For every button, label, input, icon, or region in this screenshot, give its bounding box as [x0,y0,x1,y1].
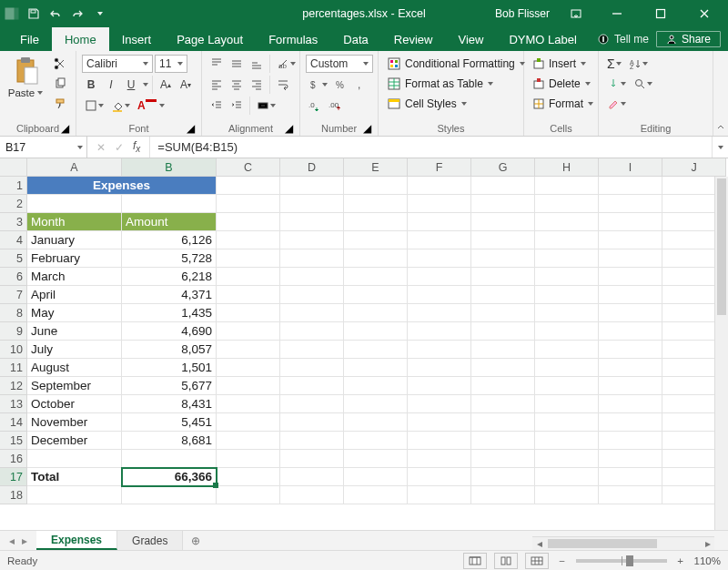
sheet-nav-prev-icon[interactable]: ◂ [9,534,15,547]
normal-view-icon[interactable] [463,553,487,569]
share-button[interactable]: Share [656,31,721,47]
cell[interactable] [280,468,344,486]
tab-view[interactable]: View [445,27,496,51]
tab-file[interactable]: File [7,27,52,51]
sheet-nav-next-icon[interactable]: ▸ [22,534,27,547]
cell[interactable] [217,450,280,468]
cell[interactable] [344,486,408,504]
cell[interactable] [408,413,471,432]
fill-color-icon[interactable] [108,97,133,115]
cell[interactable] [408,213,471,231]
cell[interactable] [535,377,599,395]
tab-page-layout[interactable]: Page Layout [164,27,256,51]
cell[interactable] [408,450,471,468]
cell[interactable] [599,195,662,213]
maximize-button[interactable] [641,0,681,27]
cell[interactable] [599,322,662,341]
format-as-table-button[interactable]: Format as Table [384,75,496,93]
cell[interactable] [408,249,471,268]
align-right-icon[interactable] [248,76,266,94]
autosum-icon[interactable]: Σ [604,55,624,73]
cell[interactable] [535,359,599,377]
cell[interactable] [217,395,280,413]
cell[interactable] [408,377,471,395]
amount-cell[interactable]: 1,501 [122,359,217,377]
cell[interactable] [217,213,280,231]
cell[interactable] [471,468,535,486]
cell[interactable] [535,413,599,432]
orientation-icon[interactable]: ab [274,55,298,73]
cell[interactable] [344,177,408,195]
cell[interactable] [408,486,471,504]
column-header[interactable]: H [535,158,599,177]
tab-insert[interactable]: Insert [109,27,165,51]
font-launcher-icon[interactable]: ◢ [185,123,196,134]
header-amount[interactable]: Amount [122,213,217,231]
cell[interactable] [27,450,122,468]
row-header[interactable]: 3 [0,213,27,231]
redo-icon[interactable] [69,5,86,22]
format-painter-icon[interactable] [51,95,69,113]
month-cell[interactable]: February [27,249,122,268]
new-sheet-button[interactable]: ⊕ [183,531,208,550]
cell[interactable] [408,195,471,213]
amount-cell[interactable]: 1,435 [122,304,217,322]
fill-icon[interactable] [604,75,629,93]
decrease-decimal-icon[interactable]: .00 [326,97,344,115]
zoom-out-button[interactable]: − [556,555,569,566]
increase-indent-icon[interactable] [228,97,246,115]
cell[interactable] [535,486,599,504]
cell[interactable] [408,304,471,322]
close-button[interactable] [684,0,724,27]
underline-button[interactable]: U [122,76,140,94]
amount-cell[interactable]: 5,728 [122,249,217,268]
enter-formula-icon[interactable]: ✓ [115,141,124,154]
insert-cells-button[interactable]: Insert [530,55,589,73]
name-box[interactable]: B17 [0,137,87,158]
formula-input[interactable]: =SUM(B4:B15) [150,137,712,158]
cell[interactable] [217,377,280,395]
month-cell[interactable]: June [27,322,122,341]
cell[interactable] [280,450,344,468]
cell[interactable] [217,286,280,304]
cell[interactable] [408,432,471,450]
sheet-tab-grades[interactable]: Grades [117,531,183,550]
cell[interactable] [471,213,535,231]
alignment-launcher-icon[interactable]: ◢ [283,123,294,134]
cell[interactable] [344,450,408,468]
cell[interactable] [408,177,471,195]
cell[interactable] [471,322,535,341]
cell[interactable] [280,486,344,504]
cell[interactable] [280,432,344,450]
cell-styles-button[interactable]: Cell Styles [384,95,470,113]
worksheet-grid[interactable]: ABCDEFGHIJ1Expenses23MonthAmount4January… [0,158,728,530]
cell[interactable] [599,341,662,359]
cell[interactable] [217,432,280,450]
cell[interactable] [599,413,662,432]
align-middle-icon[interactable] [228,55,246,73]
cell[interactable] [535,432,599,450]
cell[interactable] [535,304,599,322]
cell[interactable] [408,468,471,486]
cell[interactable] [344,286,408,304]
row-header[interactable]: 2 [0,195,27,213]
column-header[interactable]: D [280,158,344,177]
cell[interactable] [344,359,408,377]
number-format-combo[interactable]: Custom [306,55,373,73]
row-header[interactable]: 14 [0,413,27,432]
month-cell[interactable]: November [27,413,122,432]
decrease-indent-icon[interactable] [207,97,226,115]
month-cell[interactable]: April [27,286,122,304]
conditional-formatting-button[interactable]: Conditional Formatting [384,55,528,73]
row-header[interactable]: 5 [0,249,27,268]
cell[interactable] [599,213,662,231]
cell[interactable] [535,268,599,286]
zoom-slider[interactable] [576,559,667,563]
vertical-scrollbar[interactable] [714,177,728,530]
cell[interactable] [122,450,217,468]
accounting-format-icon[interactable]: $ [306,76,330,94]
cell[interactable] [344,341,408,359]
find-select-icon[interactable] [631,75,655,93]
cell[interactable] [535,322,599,341]
paste-button[interactable]: Paste [5,55,46,115]
